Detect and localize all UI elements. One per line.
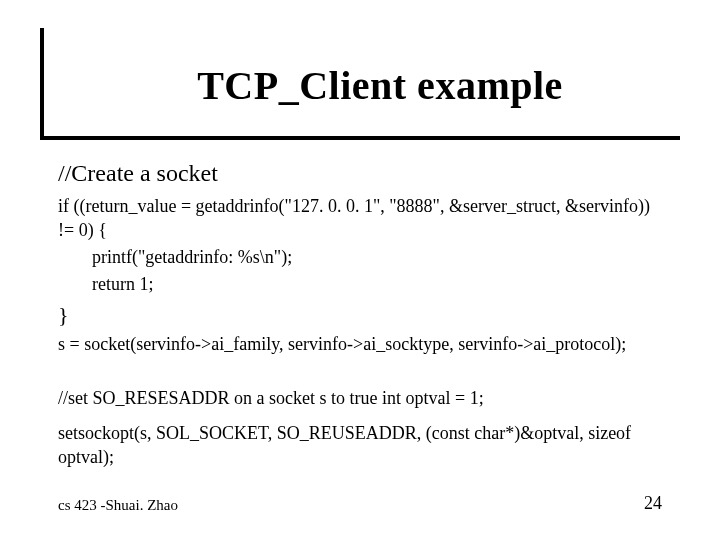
slide-body: //Create a socket if ((return_value = ge… [58,158,668,473]
code-close-brace: } [58,301,668,330]
code-printf: printf("getaddrinfo: %s\n"); [58,246,668,269]
code-socket-call: s = socket(servinfo->ai_family, servinfo… [58,333,668,356]
comment-set-reuseaddr: //set SO_RESESADDR on a socket s to true… [58,387,668,410]
slide-title: TCP_Client example [60,62,700,109]
footer-page-number: 24 [644,493,662,514]
slide: TCP_Client example //Create a socket if … [0,0,720,540]
code-return: return 1; [58,273,668,296]
title-horizontal-rule [40,136,680,140]
code-if-getaddrinfo: if ((return_value = getaddrinfo("127. 0.… [58,195,668,242]
title-vertical-rule [40,28,44,136]
code-setsockopt: setsockopt(s, SOL_SOCKET, SO_REUSEADDR, … [58,422,668,469]
body-heading-create-socket: //Create a socket [58,158,668,189]
footer-course-author: cs 423 -Shuai. Zhao [58,497,178,514]
